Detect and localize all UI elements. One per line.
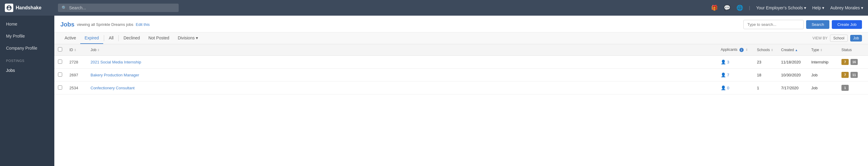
job-title-1[interactable]: Bakery Production Manager bbox=[87, 69, 717, 82]
view-by-label: VIEW BY bbox=[812, 36, 828, 40]
search-placeholder: Search... bbox=[69, 5, 86, 10]
sidebar-item-jobs[interactable]: Jobs bbox=[0, 65, 54, 76]
th-status: Status bbox=[838, 44, 868, 56]
job-applicants-0[interactable]: 👤3 bbox=[717, 56, 753, 69]
applicant-person-icon: 👤 bbox=[721, 59, 726, 65]
job-type-1: Job bbox=[808, 69, 838, 82]
applicants-info-icon: i bbox=[739, 48, 744, 52]
sidebar: Home My Profile Company Profile Postings… bbox=[0, 16, 54, 166]
status-badge: 7 bbox=[841, 72, 849, 78]
jobs-page-title: Jobs bbox=[60, 21, 74, 28]
job-created-2: 7/17/2020 bbox=[777, 82, 808, 94]
sidebar-home-label: Home bbox=[6, 22, 17, 27]
search-icon: 🔍 bbox=[62, 5, 67, 10]
status-badge: 11 bbox=[850, 72, 858, 78]
view-by-area: VIEW BY School Job bbox=[812, 35, 862, 42]
table-row: 27282021 Social Media Internship👤32311/1… bbox=[54, 56, 868, 69]
th-id[interactable]: ID⇕ bbox=[66, 44, 87, 56]
jobs-table-container: ID⇕ Job⇕ Applicants i ⇕ Schools⇕ bbox=[54, 44, 868, 94]
create-job-button[interactable]: Create Job bbox=[832, 20, 862, 29]
jobs-title-area: Jobs viewing all Sprinkle Dreams jobs Ed… bbox=[60, 21, 150, 28]
gift-icon[interactable]: 🎁 bbox=[711, 4, 718, 11]
user-name-label: Aubrey Morales bbox=[830, 5, 860, 10]
chevron-down-icon: ▾ bbox=[822, 5, 824, 10]
status-badge: 16 bbox=[850, 59, 858, 65]
status-badge: 1 bbox=[841, 85, 849, 91]
sidebar-item-my-profile[interactable]: My Profile bbox=[0, 30, 54, 42]
th-type[interactable]: Type⇕ bbox=[808, 44, 838, 56]
tab-divisions[interactable]: Divisions ▾ bbox=[174, 33, 202, 44]
jobs-search-button[interactable]: Search bbox=[806, 20, 829, 29]
sidebar-jobs-label: Jobs bbox=[6, 68, 15, 73]
th-job[interactable]: Job⇕ bbox=[87, 44, 717, 56]
job-created-1: 10/30/2020 bbox=[777, 69, 808, 82]
job-created-0: 11/18/2020 bbox=[777, 56, 808, 69]
sidebar-company-profile-label: Company Profile bbox=[6, 46, 37, 50]
tab-not-posted[interactable]: Not Posted bbox=[144, 33, 174, 44]
view-by-school-btn[interactable]: School bbox=[830, 35, 848, 42]
job-applicants-1[interactable]: 👤7 bbox=[717, 69, 753, 82]
nav-right-area: 🎁 💬 🌐 | Your Employer's Schools ▾ Help ▾… bbox=[711, 4, 863, 11]
jobs-table: ID⇕ Job⇕ Applicants i ⇕ Schools⇕ bbox=[54, 44, 868, 94]
employer-schools-label: Your Employer's Schools bbox=[756, 5, 803, 10]
th-schools[interactable]: Schools⇕ bbox=[753, 44, 777, 56]
logo-area: Handshake bbox=[5, 4, 53, 12]
edit-this-link[interactable]: Edit this bbox=[136, 22, 150, 27]
table-row: 2697Bakery Production Manager👤71810/30/2… bbox=[54, 69, 868, 82]
jobs-header: Jobs viewing all Sprinkle Dreams jobs Ed… bbox=[54, 16, 868, 33]
status-badge: 7 bbox=[841, 59, 849, 65]
globe-icon[interactable]: 🌐 bbox=[736, 4, 743, 11]
applicant-person-icon: 👤 bbox=[721, 73, 726, 77]
sidebar-item-home[interactable]: Home bbox=[0, 18, 54, 30]
view-by-job-btn[interactable]: Job bbox=[850, 35, 862, 42]
job-title-0[interactable]: 2021 Social Media Internship bbox=[87, 56, 717, 69]
row-checkbox-0 bbox=[54, 56, 66, 69]
th-applicants[interactable]: Applicants i ⇕ bbox=[717, 44, 753, 56]
table-row: 2534Confectionery Consultant👤017/17/2020… bbox=[54, 82, 868, 94]
chevron-down-icon: ▾ bbox=[804, 5, 806, 10]
job-status-2: 1 bbox=[838, 82, 868, 94]
main-layout: Home My Profile Company Profile Postings… bbox=[0, 16, 868, 166]
chat-icon[interactable]: 💬 bbox=[724, 4, 731, 11]
row-select-checkbox-1[interactable] bbox=[58, 73, 62, 77]
sidebar-section-postings: Postings bbox=[0, 54, 54, 65]
employer-schools-btn[interactable]: Your Employer's Schools ▾ bbox=[756, 5, 806, 10]
tab-expired[interactable]: Expired bbox=[80, 33, 103, 44]
user-menu-btn[interactable]: Aubrey Morales ▾ bbox=[830, 5, 863, 10]
table-header-row: ID⇕ Job⇕ Applicants i ⇕ Schools⇕ bbox=[54, 44, 868, 56]
sidebar-item-company-profile[interactable]: Company Profile bbox=[0, 42, 54, 54]
help-label: Help bbox=[812, 5, 821, 10]
job-id-1: 2697 bbox=[66, 69, 87, 82]
job-applicants-2[interactable]: 👤0 bbox=[717, 82, 753, 94]
row-select-checkbox-0[interactable] bbox=[58, 59, 62, 64]
nav-divider: | bbox=[749, 5, 750, 10]
help-btn[interactable]: Help ▾ bbox=[812, 5, 824, 10]
tab-declined[interactable]: Declined bbox=[119, 33, 144, 44]
tab-divider-2 bbox=[118, 35, 119, 41]
tab-active[interactable]: Active bbox=[60, 33, 80, 44]
job-id-0: 2728 bbox=[66, 56, 87, 69]
main-content: Jobs viewing all Sprinkle Dreams jobs Ed… bbox=[54, 16, 868, 166]
row-checkbox-1 bbox=[54, 69, 66, 82]
tab-all[interactable]: All bbox=[105, 33, 118, 44]
row-checkbox-2 bbox=[54, 82, 66, 94]
row-select-checkbox-2[interactable] bbox=[58, 85, 62, 90]
jobs-search-input[interactable] bbox=[743, 20, 804, 29]
job-status-0: 716 bbox=[838, 56, 868, 69]
job-type-0: Internship bbox=[808, 56, 838, 69]
select-all-checkbox[interactable] bbox=[58, 47, 62, 51]
chevron-down-icon: ▾ bbox=[861, 5, 863, 10]
job-type-2: Job bbox=[808, 82, 838, 94]
tabs-bar: Active Expired All Declined Not Posted D… bbox=[54, 33, 868, 44]
applicant-person-icon: 👤 bbox=[721, 85, 726, 90]
jobs-subtitle: viewing all Sprinkle Dreams jobs bbox=[77, 22, 133, 27]
handshake-logo-icon bbox=[5, 4, 13, 12]
tab-divider-1 bbox=[104, 35, 104, 41]
th-created[interactable]: Created▲ bbox=[777, 44, 808, 56]
top-navigation: Handshake 🔍 Search... 🎁 💬 🌐 | Your Emplo… bbox=[0, 0, 868, 16]
job-schools-1: 18 bbox=[753, 69, 777, 82]
job-status-1: 711 bbox=[838, 69, 868, 82]
global-search-bar[interactable]: 🔍 Search... bbox=[58, 4, 179, 12]
job-title-2[interactable]: Confectionery Consultant bbox=[87, 82, 717, 94]
select-all-checkbox-header bbox=[54, 44, 66, 56]
